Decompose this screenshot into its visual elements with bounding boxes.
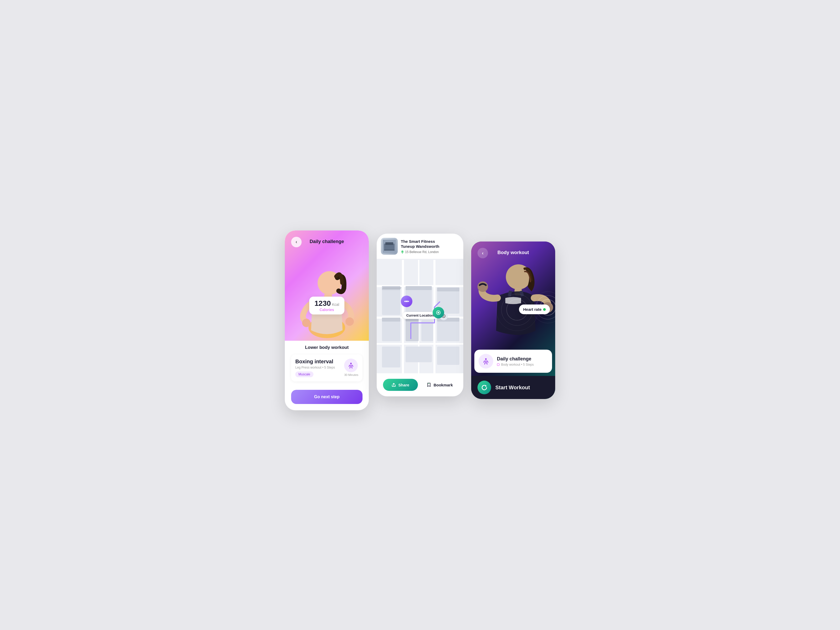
share-button[interactable]: Share bbox=[383, 379, 418, 391]
svg-rect-40 bbox=[408, 301, 409, 302]
go-next-step-button[interactable]: Go next step bbox=[291, 390, 363, 404]
workout-steps: Leg Press workout • 5 Steps bbox=[295, 366, 335, 369]
workout-title: Boxing interval bbox=[295, 358, 335, 365]
refresh-play-icon bbox=[481, 384, 488, 391]
challenge-text: Daily challenge Body workout • 5 Steps bbox=[497, 356, 534, 366]
svg-rect-34 bbox=[385, 242, 393, 245]
location-pin-icon bbox=[401, 250, 404, 254]
card1-title: Daily challenge bbox=[309, 239, 344, 245]
challenge-person-icon bbox=[482, 357, 489, 365]
workout-tag: Muscale bbox=[295, 371, 313, 377]
card-daily-challenge: ‹ Daily challenge bbox=[285, 231, 369, 410]
svg-point-5 bbox=[350, 363, 352, 364]
gym-name: The Smart Fitness Tuneup Wandsworth bbox=[401, 239, 439, 249]
person-workout-icon bbox=[347, 362, 354, 369]
heart-rate-indicator bbox=[543, 308, 546, 311]
card1-header: ‹ Daily challenge bbox=[285, 231, 369, 341]
card3-title: Body workout bbox=[497, 250, 529, 256]
svg-marker-61 bbox=[485, 385, 486, 387]
workout-info-left: Boxing interval Leg Press workout • 5 St… bbox=[295, 358, 335, 377]
workout-duration: 30 Minutes bbox=[344, 373, 358, 376]
share-label: Share bbox=[398, 383, 409, 387]
card2-gym-header: The Smart Fitness Tuneup Wandsworth 15 B… bbox=[377, 234, 463, 259]
svg-line-57 bbox=[484, 361, 484, 363]
card3-image-area: ‹ Body workout Heart rate bbox=[471, 242, 555, 399]
svg-rect-23 bbox=[382, 317, 400, 322]
challenge-card-subtitle: Body workout • 5 Steps bbox=[497, 363, 534, 366]
svg-marker-17 bbox=[382, 287, 402, 289]
svg-point-3 bbox=[302, 319, 311, 327]
svg-rect-31 bbox=[437, 346, 459, 365]
svg-rect-25 bbox=[437, 320, 459, 341]
target-icon bbox=[436, 310, 441, 316]
daily-challenge-card: Daily challenge Body workout • 5 Steps bbox=[474, 350, 552, 373]
gym-map-pin[interactable] bbox=[401, 295, 412, 307]
gym-info: The Smart Fitness Tuneup Wandsworth 15 B… bbox=[401, 239, 439, 254]
svg-point-36 bbox=[402, 251, 403, 252]
calories-badge: 1230 Kcal Calories bbox=[309, 297, 344, 314]
current-location-label: Current Location bbox=[403, 312, 437, 319]
calories-label: Calories bbox=[314, 308, 339, 312]
dumbbell-icon bbox=[404, 298, 409, 304]
card3-bottom-panel: Daily challenge Body workout • 5 Steps bbox=[471, 350, 555, 399]
svg-point-48 bbox=[477, 281, 488, 292]
workout-info-right: 30 Minutes bbox=[344, 358, 358, 376]
gym-thumbnail bbox=[381, 238, 398, 255]
svg-rect-15 bbox=[382, 289, 400, 315]
screens-container: ‹ Daily challenge bbox=[252, 220, 588, 410]
gym-address: 15 Bellevue Rd, London bbox=[401, 250, 439, 254]
svg-marker-60 bbox=[499, 364, 500, 365]
calories-display: 1230 Kcal bbox=[314, 299, 339, 308]
start-workout-label: Start Workout bbox=[495, 385, 549, 391]
back-icon: ‹ bbox=[295, 239, 297, 245]
card1-athlete-area bbox=[285, 246, 369, 341]
svg-rect-22 bbox=[382, 320, 400, 341]
svg-line-58 bbox=[488, 361, 488, 363]
share-icon bbox=[392, 382, 396, 387]
svg-rect-21 bbox=[437, 287, 459, 291]
start-workout-button[interactable]: Start Workout bbox=[471, 376, 555, 399]
svg-rect-42 bbox=[406, 301, 408, 302]
heart-rate-badge: Heart rate bbox=[519, 305, 550, 314]
card2-bottom-bar: Share Bookmark bbox=[377, 373, 463, 396]
svg-rect-30 bbox=[406, 346, 432, 362]
svg-point-4 bbox=[346, 317, 354, 326]
video-icon bbox=[497, 363, 500, 366]
gym-thumbnail-image bbox=[383, 240, 396, 253]
calories-unit: Kcal bbox=[332, 302, 339, 306]
card1-subtitle: Lower body workout bbox=[285, 341, 369, 350]
calories-value: 1230 bbox=[314, 299, 331, 307]
heart-rate-label: Heart rate bbox=[523, 307, 542, 312]
svg-rect-39 bbox=[404, 301, 405, 302]
card1-back-button[interactable]: ‹ bbox=[291, 237, 302, 247]
card-map: The Smart Fitness Tuneup Wandsworth 15 B… bbox=[377, 234, 463, 396]
svg-rect-19 bbox=[406, 286, 432, 290]
svg-point-56 bbox=[485, 358, 487, 360]
bookmark-label: Bookmark bbox=[434, 383, 453, 387]
bookmark-icon bbox=[426, 382, 431, 387]
start-btn-icon bbox=[477, 381, 491, 394]
workout-icon-circle bbox=[344, 358, 358, 372]
svg-point-45 bbox=[438, 312, 439, 313]
svg-line-6 bbox=[349, 365, 350, 366]
bookmark-button[interactable]: Bookmark bbox=[422, 379, 457, 391]
svg-rect-59 bbox=[497, 363, 499, 366]
challenge-icon-circle bbox=[478, 354, 493, 369]
svg-rect-29 bbox=[382, 346, 400, 368]
card3-back-icon: ‹ bbox=[482, 250, 483, 256]
svg-line-7 bbox=[352, 365, 353, 366]
card3-back-button[interactable]: ‹ bbox=[477, 248, 488, 258]
challenge-card-title: Daily challenge bbox=[497, 356, 534, 362]
workout-info-box: Boxing interval Leg Press workout • 5 St… bbox=[291, 354, 363, 381]
card-body-workout: ‹ Body workout Heart rate bbox=[471, 242, 555, 399]
